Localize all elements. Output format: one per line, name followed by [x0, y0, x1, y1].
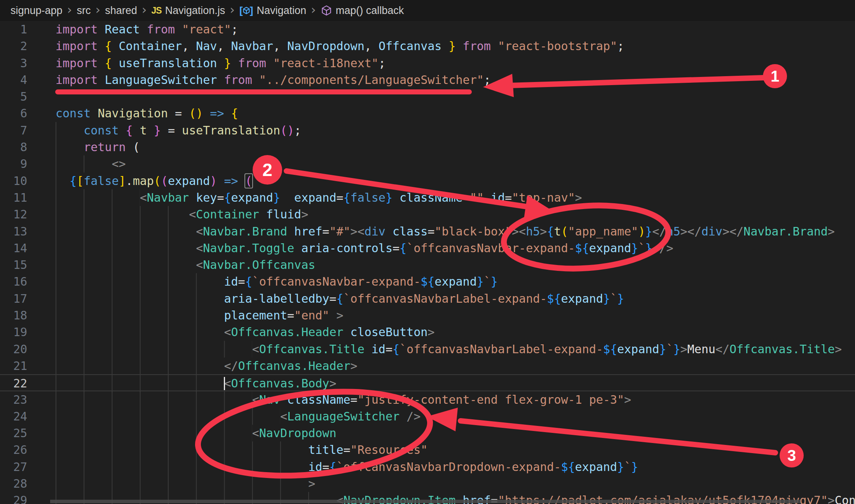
code-token: const — [84, 124, 126, 137]
code-token: LanguageSwitcher — [105, 73, 217, 87]
code-token: t — [554, 225, 561, 238]
code-token: = — [463, 191, 470, 204]
code-line[interactable]: 11<Navbar key={expand} expand={false} cl… — [0, 189, 855, 206]
code-line[interactable]: 13<Navbar.Brand href="#"><div class="bla… — [0, 223, 855, 240]
code-token: useTranslation — [119, 56, 217, 70]
code-token: { — [344, 191, 351, 204]
code-line[interactable]: 6const Navigation = () => { — [0, 105, 855, 122]
code-token: = — [351, 393, 358, 406]
code-line[interactable]: 23<Nav className="justify-content-end fl… — [0, 391, 855, 408]
code-line[interactable]: 19<Offcanvas.Header closeButton> — [0, 324, 855, 340]
horizontal-scrollbar[interactable] — [50, 500, 801, 503]
code-line[interactable]: 12<Container fluid> — [0, 206, 855, 223]
code-token: = — [287, 309, 294, 322]
code-line[interactable]: 22<Offcanvas.Body> — [0, 374, 855, 391]
code-token: > — [828, 225, 835, 238]
line-number: 28 — [0, 475, 27, 492]
code-token: id — [365, 342, 386, 356]
code-line[interactable]: 14<Navbar.Toggle aria-controls={`offcanv… — [0, 240, 855, 256]
code-token: { — [224, 191, 231, 204]
code-token: = — [344, 443, 351, 457]
code-token: /> — [652, 241, 673, 255]
code-token: `offcanvasNavbarDropdown-expand- — [336, 460, 561, 474]
code-token: , — [365, 39, 379, 53]
code-token: expand — [231, 191, 273, 204]
code-line[interactable]: 5 — [0, 88, 855, 105]
breadcrumb-item-callback[interactable]: map() callback — [321, 5, 404, 17]
code-token: NavDropdown — [287, 39, 365, 53]
code-token: Offcanvas.Header — [231, 325, 344, 339]
code-line[interactable]: 10{[false].map((expand) => ( — [0, 173, 855, 189]
line-number: 14 — [0, 240, 27, 256]
breadcrumb-item-src[interactable]: src — [77, 5, 91, 17]
code-token: Offcanvas.Body — [231, 377, 330, 390]
code-token: React — [105, 23, 140, 36]
code-line[interactable]: 24<LanguageSwitcher /> — [0, 408, 855, 425]
breadcrumb-item-file[interactable]: JS Navigation.js — [152, 5, 225, 17]
line-number: 15 — [0, 256, 27, 273]
code-token: < — [280, 410, 287, 423]
code-token: < — [252, 393, 259, 406]
code-line[interactable]: 9<> — [0, 155, 855, 172]
code-token: Offcanvas.Title — [729, 342, 835, 356]
code-token: </ — [687, 225, 701, 238]
code-line[interactable]: 16id={`offcanvasNavbar-expand-${expand}`… — [0, 273, 855, 290]
breadcrumb-item-symbol[interactable]: [] Navigation — [239, 5, 306, 17]
breadcrumb: signup-app › src › shared › JS Navigatio… — [0, 0, 855, 21]
line-number: 11 — [0, 189, 27, 206]
code-token: > — [308, 477, 315, 490]
code-token: "react" — [182, 23, 231, 36]
code-line[interactable]: 1import React from "react"; — [0, 21, 855, 38]
breadcrumb-item-project[interactable]: signup-app — [10, 5, 63, 17]
code-line[interactable]: 20<Offcanvas.Title id={`offcanvasNavbarL… — [0, 341, 855, 358]
code-token: from — [231, 56, 273, 70]
code-token: => — [203, 106, 231, 120]
code-token: >< — [351, 225, 365, 238]
code-line[interactable]: 21</Offcanvas.Header> — [0, 358, 855, 374]
code-token: "app_name" — [568, 225, 639, 238]
line-number: 16 — [0, 273, 27, 290]
line-number: 6 — [0, 105, 27, 122]
code-token: import — [56, 73, 105, 87]
code-line[interactable]: 4import LanguageSwitcher from "../compon… — [0, 72, 855, 88]
code-token: "justify-content-end flex-grow-1 pe-3" — [358, 393, 624, 406]
code-area[interactable]: 1import React from "react";2import { Con… — [0, 21, 855, 504]
line-number: 12 — [0, 206, 27, 223]
code-token: } — [617, 460, 624, 474]
symbol-component-icon: [] — [239, 5, 253, 17]
code-line[interactable]: 27id={`offcanvasNavbarDropdown-expand-${… — [0, 459, 855, 475]
code-token: < — [196, 225, 203, 238]
code-token: = — [161, 124, 182, 137]
code-line[interactable]: 3import { useTranslation } from "react-i… — [0, 55, 855, 72]
code-line[interactable]: 26title="Resources" — [0, 441, 855, 458]
code-token: "end" — [294, 309, 329, 322]
breadcrumb-item-shared[interactable]: shared — [105, 5, 137, 17]
indent-guides — [56, 290, 224, 307]
code-token: ; — [484, 73, 491, 87]
line-number: 4 — [0, 72, 27, 88]
code-token: aria-labelledby — [224, 292, 329, 305]
code-token: { — [329, 460, 336, 474]
line-number: 3 — [0, 55, 27, 72]
line-number: 2 — [0, 38, 27, 54]
code-token: Navigation — [98, 106, 168, 120]
code-line[interactable]: 17aria-labelledby={`offcanvasNavbarLabel… — [0, 290, 855, 307]
breadcrumb-label: src — [77, 5, 91, 17]
code-line[interactable]: 8return ( — [0, 139, 855, 155]
breadcrumb-label: shared — [105, 5, 137, 17]
code-token: } — [645, 241, 652, 255]
code-token: () — [280, 124, 294, 137]
code-token: } — [477, 275, 484, 288]
code-token: title — [308, 443, 343, 457]
code-line[interactable]: 18placement="end" > — [0, 307, 855, 324]
code-line[interactable]: 28> — [0, 475, 855, 492]
code-line[interactable]: 7const { t } = useTranslation(); — [0, 122, 855, 139]
code-token: < — [196, 258, 203, 272]
breadcrumb-label: map() callback — [336, 5, 404, 17]
code-token: Navbar — [231, 39, 273, 53]
code-line[interactable]: 25<NavDropdown — [0, 425, 855, 441]
code-line[interactable]: 2import { Container, Nav, Navbar, NavDro… — [0, 38, 855, 54]
code-token: } — [631, 241, 638, 255]
line-number: 26 — [0, 441, 27, 458]
code-line[interactable]: 15<Navbar.Offcanvas — [0, 256, 855, 273]
